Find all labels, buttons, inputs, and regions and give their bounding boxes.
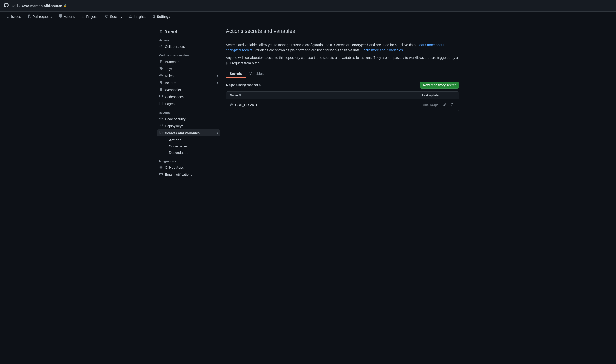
settings-icon: ⚙ [152,15,155,19]
github-logo-icon [4,3,9,9]
sidebar-item-code-security[interactable]: Code security [157,115,220,122]
sidebar-section-code-automation: Code and automation [157,50,220,58]
lock-icon: 🔒 [63,4,67,8]
description-2: Anyone with collaborator access to this … [226,55,459,66]
codespaces-label: Codespaces [165,95,184,99]
actions-label: Actions [165,81,176,85]
breadcrumb-repo[interactable]: www.mardan.wiki.source [22,4,62,8]
tab-settings[interactable]: ⚙ Settings [149,12,173,22]
row-lock-icon [230,103,233,107]
actions-chevron-icon: ▾ [217,81,218,84]
secret-updated: 8 hours ago [423,103,438,107]
tab-security[interactable]: 🛡 Security [102,12,125,22]
tab-issues[interactable]: ⊙ Issues [4,12,24,22]
page-container: ⚙ General Access Collaborators Code and … [153,22,463,184]
tab-insights[interactable]: Insights [126,12,148,22]
sidebar-item-collaborators[interactable]: Collaborators [157,43,220,50]
main-content: Actions secrets and variables Secrets an… [226,28,459,178]
tags-label: Tags [165,67,172,71]
email-notifications-label: Email notifications [165,173,192,176]
edit-secret-button[interactable] [442,102,448,108]
breadcrumb: ka1i / www.mardan.wiki.source 🔒 [12,4,67,8]
branches-icon [159,60,163,64]
repository-secrets-header: Repository secrets New repository secret [226,82,459,89]
table-header: Name ⇅ Last updated [226,92,459,99]
variables-link[interactable]: Learn more about variables [362,48,403,52]
rules-label: Rules [165,74,174,78]
secret-name: SSH_PRIVATE [235,103,258,107]
sidebar-sub-item-dependabot[interactable]: Dependabot [167,149,220,156]
sidebar-item-github-apps[interactable]: GitHub Apps [157,164,220,171]
non-sensitive-bold: non-sensitive [330,48,352,52]
sidebar-item-deploy-keys[interactable]: Deploy keys [157,122,220,129]
sidebar-item-branches[interactable]: Branches [157,58,220,65]
rules-icon [159,74,163,78]
secret-name-cell: SSH_PRIVATE [230,103,423,107]
branches-label: Branches [165,60,179,64]
security-icon: 🛡 [105,15,109,19]
actions-icon [59,14,62,19]
sidebar-item-email-notifications[interactable]: Email notifications [157,171,220,178]
github-apps-label: GitHub Apps [165,166,184,169]
issues-icon: ⊙ [7,15,10,19]
sort-icon[interactable]: ⇅ [239,94,241,97]
tab-variables[interactable]: Variables [246,70,267,78]
description-1: Secrets and variables allow you to manag… [226,42,459,53]
secrets-icon [159,131,163,135]
webhooks-icon [159,88,163,92]
tab-actions[interactable]: Actions [56,12,78,22]
page-title: Actions secrets and variables [226,28,459,38]
top-nav: ka1i / www.mardan.wiki.source 🔒 [0,0,616,12]
table-header-name: Name ⇅ [230,94,422,97]
tag-icon [159,67,163,71]
pull-requests-icon [28,14,31,19]
sidebar-item-codespaces[interactable]: Codespaces [157,93,220,100]
secrets-sub-menu: Actions Codespaces Dependabot [161,137,220,156]
actions-sidebar-icon [159,81,163,85]
pages-icon [159,102,163,106]
tab-pull-requests[interactable]: Pull requests [25,12,55,22]
secrets-chevron-icon: ▴ [217,131,218,135]
repository-secrets-title: Repository secrets [226,83,261,87]
code-security-label: Code security [165,117,186,121]
sidebar-section-access: Access [157,35,220,43]
sidebar-section-security: Security [157,107,220,115]
row-actions [442,102,455,108]
sidebar-item-pages[interactable]: Pages [157,100,220,107]
delete-secret-button[interactable] [449,102,455,108]
sidebar-item-general[interactable]: ⚙ General [157,28,220,35]
sidebar-item-actions[interactable]: Actions ▾ [157,79,220,86]
gear-icon: ⚙ [159,29,163,33]
secrets-and-variables-label: Secrets and variables [165,131,200,135]
sidebar-item-secrets-and-variables[interactable]: Secrets and variables ▴ [157,129,220,136]
sidebar-item-rules[interactable]: Rules ▾ [157,72,220,79]
sidebar-item-webhooks[interactable]: Webhooks [157,86,220,93]
breadcrumb-user[interactable]: ka1i [12,4,18,8]
tab-secrets[interactable]: Secrets [226,70,246,78]
tab-projects[interactable]: ▦ Projects [79,12,101,22]
content-tabs: Secrets Variables [226,70,459,78]
codespaces-icon [159,95,163,99]
pages-label: Pages [165,102,175,106]
breadcrumb-slash: / [19,4,20,8]
secrets-table: Name ⇅ Last updated SSH_PRIVATE 8 hours … [226,91,459,111]
deploy-keys-label: Deploy keys [165,124,183,128]
table-header-updated: Last updated [422,94,440,97]
key-icon [159,124,163,128]
new-repository-secret-button[interactable]: New repository secret [420,82,459,89]
mail-icon [159,172,163,176]
sidebar-item-tags[interactable]: Tags [157,65,220,72]
insights-icon [129,14,132,19]
collaborators-label: Collaborators [165,45,185,49]
people-icon [159,44,163,49]
sidebar-section-integrations: Integrations [157,156,220,164]
table-row: SSH_PRIVATE 8 hours ago [226,99,459,111]
code-security-icon [159,117,163,121]
sidebar-sub-item-codespaces[interactable]: Codespaces [167,143,220,149]
repo-tab-bar: ⊙ Issues Pull requests Actions ▦ Project… [0,12,616,22]
rules-chevron-icon: ▾ [217,74,218,78]
projects-icon: ▦ [82,15,85,19]
sidebar: ⚙ General Access Collaborators Code and … [157,28,220,178]
sidebar-sub-item-actions[interactable]: Actions [167,137,220,143]
github-apps-icon [159,165,163,169]
